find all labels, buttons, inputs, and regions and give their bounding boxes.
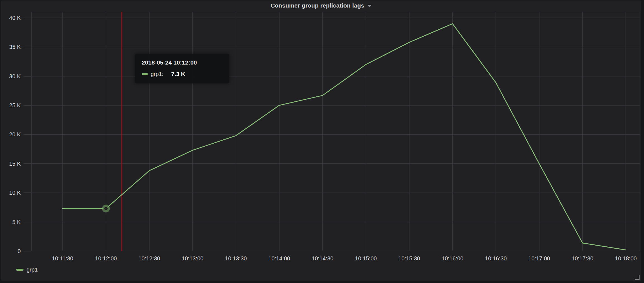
- tooltip-timestamp: 2018-05-24 10:12:00: [142, 59, 222, 66]
- y-tick-label: 15 K: [0, 160, 21, 167]
- y-tick-label: 40 K: [0, 14, 21, 22]
- legend-label: grp1: [27, 267, 38, 273]
- y-tick-label: 35 K: [0, 43, 21, 51]
- x-tick-label: 10:13:30: [214, 255, 258, 262]
- y-tick-mark: [23, 47, 31, 47]
- x-tick-label: 10:16:30: [473, 255, 518, 262]
- y-tick-mark: [23, 105, 31, 106]
- y-tick-label: 10 K: [0, 189, 21, 196]
- plot-border: [32, 12, 640, 251]
- panel-header: Consumer group replication lags: [1, 1, 641, 11]
- x-tick-label: 10:14:30: [300, 255, 345, 262]
- time-series-chart: 05 K10 K15 K20 K25 K30 K35 K40 K10:11:30…: [0, 0, 644, 283]
- y-tick-mark: [23, 251, 31, 251]
- x-tick-label: 10:16:00: [430, 255, 475, 262]
- tooltip-series-row: grp1: 7.3 K: [142, 71, 222, 77]
- highlight-point: [103, 206, 109, 211]
- y-tick-mark: [23, 76, 31, 77]
- y-tick-label: 0: [0, 248, 21, 255]
- x-tick-label: 10:18:00: [603, 255, 644, 262]
- y-tick-mark: [23, 222, 31, 222]
- x-tick-label: 10:12:30: [127, 255, 172, 262]
- x-tick-label: 10:15:00: [344, 255, 388, 262]
- y-tick-label: 5 K: [0, 218, 21, 226]
- x-tick-label: 10:17:30: [560, 255, 605, 262]
- series-color-dash-icon: [142, 73, 148, 75]
- y-tick-mark: [23, 134, 31, 135]
- x-tick-label: 10:13:00: [170, 255, 215, 262]
- x-tick-label: 10:12:00: [84, 255, 128, 262]
- chart-tooltip: 2018-05-24 10:12:00 grp1: 7.3 K: [135, 54, 229, 83]
- chevron-down-icon: [367, 5, 372, 7]
- tooltip-series-label: grp1:: [151, 71, 164, 77]
- legend-item-grp1[interactable]: grp1: [16, 267, 38, 273]
- y-tick-mark: [23, 18, 31, 18]
- x-tick-label: 10:17:00: [517, 255, 562, 262]
- y-tick-label: 20 K: [0, 131, 21, 138]
- y-tick-mark: [23, 192, 31, 193]
- x-tick-label: 10:15:30: [387, 255, 432, 262]
- panel-title-text: Consumer group replication lags: [271, 2, 364, 9]
- plot-area[interactable]: [31, 12, 640, 251]
- y-tick-label: 25 K: [0, 102, 21, 109]
- x-tick-label: 10:11:30: [40, 255, 85, 262]
- panel-resize-handle-icon[interactable]: [635, 275, 640, 280]
- tooltip-series-value: 7.3 K: [171, 71, 185, 77]
- panel-title[interactable]: Consumer group replication lags: [268, 2, 375, 9]
- y-tick-label: 30 K: [0, 73, 21, 80]
- legend-color-dash-icon: [16, 269, 23, 271]
- y-tick-mark: [23, 163, 31, 164]
- x-tick-label: 10:14:00: [257, 255, 302, 262]
